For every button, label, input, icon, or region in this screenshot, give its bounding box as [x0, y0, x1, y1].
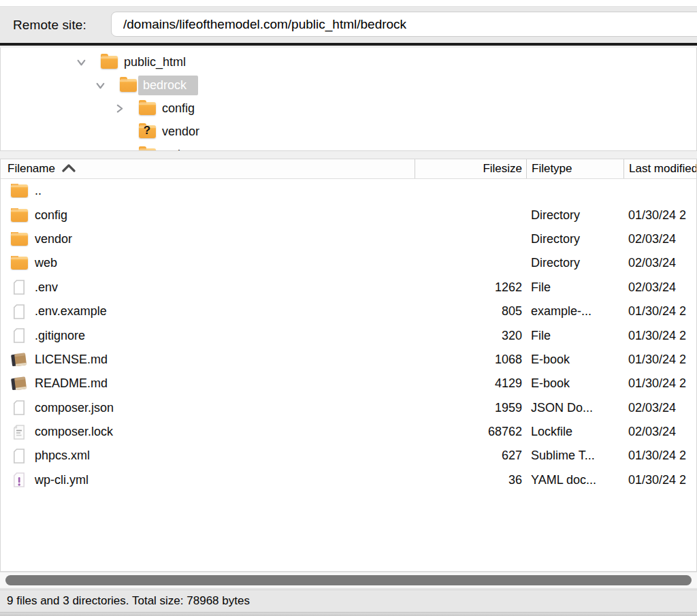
filename-cell[interactable]: composer.json: [1, 400, 415, 415]
filesize-cell: 1959: [415, 401, 526, 415]
tree-icon-slot: ?: [138, 125, 156, 138]
remote-directory-tree[interactable]: public_htmlbedrockconfig?vendorweb: [0, 48, 697, 151]
filename-text: config: [35, 208, 67, 223]
tree-icon-slot: [138, 102, 156, 115]
filesize-cell: 1262: [415, 280, 526, 295]
file-row[interactable]: .env.example805example-...01/30/24 2: [1, 299, 696, 323]
file-row[interactable]: phpcs.xml627Sublime T...01/30/24 2: [1, 444, 696, 468]
file-row[interactable]: webDirectory02/03/24: [1, 251, 696, 275]
ftp-remote-panel: Remote site: public_htmlbedrockconfig?ve…: [0, 0, 697, 616]
tree-item-label-selected[interactable]: bedrock: [138, 76, 198, 95]
filetype-cell: YAML doc...: [526, 473, 623, 487]
last-modified-cell: 02/03/24: [623, 425, 696, 439]
file-row[interactable]: .env1262File02/03/24: [1, 276, 696, 299]
file-row[interactable]: README.md4129E-book01/30/24 2: [1, 372, 696, 395]
book-icon: [11, 353, 27, 367]
last-modified-cell: 01/30/24 2: [623, 449, 696, 463]
remote-file-list: Filename Filesize Filetype Last modified…: [0, 159, 697, 572]
filename-cell[interactable]: README.md: [1, 376, 415, 391]
filename-cell[interactable]: wp-cli.yml: [1, 472, 415, 487]
status-text: 9 files and 3 directories. Total size: 7…: [0, 594, 250, 608]
last-modified-cell: 01/30/24 2: [623, 353, 696, 367]
folder-question-icon: ?: [139, 125, 156, 138]
filename-cell[interactable]: ..: [1, 184, 415, 198]
filename-text: composer.lock: [35, 425, 113, 439]
filename-cell[interactable]: .env: [1, 280, 415, 295]
filename-text: .env: [35, 280, 58, 295]
filesize-cell: 805: [415, 304, 526, 319]
last-modified-cell: 02/03/24: [623, 401, 696, 415]
chevron-down-icon[interactable]: [95, 80, 106, 91]
column-header-filename[interactable]: Filename: [1, 159, 415, 178]
column-header-last-modified[interactable]: Last modified: [623, 159, 696, 178]
file-row[interactable]: composer.json1959JSON Do...02/03/24: [1, 396, 696, 420]
tree-row[interactable]: ?vendor: [1, 120, 696, 143]
filename-cell[interactable]: composer.lock: [1, 425, 415, 440]
file-icon-slot: [10, 472, 28, 487]
remote-path-input[interactable]: [111, 12, 697, 37]
filetype-cell: E-book: [526, 353, 623, 367]
column-header-filesize[interactable]: Filesize: [415, 159, 526, 178]
filename-cell[interactable]: phpcs.xml: [1, 449, 415, 464]
filename-cell[interactable]: web: [1, 256, 415, 270]
folder-icon: [11, 209, 28, 222]
folder-icon: [139, 102, 156, 115]
tree-item-label[interactable]: vendor: [162, 125, 199, 139]
file-icon-slot: [10, 257, 28, 270]
chevron-down-icon[interactable]: [76, 56, 86, 67]
folder-icon: [101, 56, 118, 69]
tree-row[interactable]: config: [1, 97, 696, 120]
file-row[interactable]: LICENSE.md1068E-book01/30/24 2: [1, 348, 696, 372]
last-modified-cell: 01/30/24 2: [623, 208, 696, 223]
column-header-filetype[interactable]: Filetype: [526, 159, 623, 178]
tree-row[interactable]: web: [1, 143, 696, 151]
last-modified-cell: 01/30/24 2: [623, 304, 696, 319]
filename-cell[interactable]: .gitignore: [1, 328, 415, 343]
chevron-right-icon[interactable]: [114, 149, 125, 151]
horizontal-scrollbar-thumb[interactable]: [5, 575, 692, 585]
filetype-cell: File: [526, 280, 623, 295]
file-icon: [13, 304, 25, 319]
last-modified-cell: 02/03/24: [623, 280, 696, 295]
filename-cell[interactable]: .env.example: [1, 304, 415, 319]
remote-site-bar: Remote site:: [0, 7, 697, 43]
file-list-body: ..configDirectory01/30/24 2vendorDirecto…: [1, 179, 696, 492]
file-row[interactable]: configDirectory01/30/24 2: [1, 203, 696, 227]
tree-icon-slot: [100, 56, 118, 69]
tree-icon-slot: [138, 148, 156, 152]
file-icon: [13, 280, 25, 295]
file-icon-slot: [10, 184, 28, 197]
filetype-cell: Directory: [526, 208, 623, 223]
file-row[interactable]: .gitignore320File01/30/24 2: [1, 323, 696, 347]
question-mark: ?: [139, 124, 156, 138]
filename-cell[interactable]: vendor: [1, 232, 415, 246]
filetype-cell: example-...: [526, 304, 623, 319]
file-row[interactable]: composer.lock68762Lockfile02/03/24: [1, 420, 696, 444]
file-row[interactable]: wp-cli.yml36YAML doc...01/30/24 2: [1, 468, 696, 492]
tree-item-label[interactable]: public_html: [124, 55, 186, 69]
filename-text: README.md: [35, 376, 108, 391]
filename-text: web: [35, 256, 57, 270]
filetype-cell: Directory: [526, 232, 623, 246]
filename-text: .gitignore: [35, 329, 85, 343]
filename-cell[interactable]: config: [1, 208, 415, 223]
tree-item-label[interactable]: web: [162, 148, 184, 152]
filetype-cell: Sublime T...: [526, 449, 623, 463]
filetype-cell: Directory: [526, 256, 623, 270]
filename-cell[interactable]: LICENSE.md: [1, 353, 415, 367]
filesize-cell: 68762: [415, 425, 526, 439]
folder-icon: [11, 233, 28, 246]
tree-item-label[interactable]: config: [162, 101, 195, 116]
chevron-right-icon[interactable]: [114, 103, 125, 114]
tree-row[interactable]: bedrock: [1, 74, 696, 97]
chevron-spacer: [114, 126, 125, 137]
filetype-cell: Lockfile: [526, 425, 623, 439]
filename-text: ..: [35, 184, 42, 198]
window-bottom-edge: [0, 612, 697, 616]
filesize-cell: 627: [415, 449, 526, 463]
file-row[interactable]: vendorDirectory02/03/24: [1, 227, 696, 251]
filename-text: vendor: [35, 232, 72, 246]
file-row[interactable]: ..: [1, 179, 696, 203]
tree-row[interactable]: public_html: [1, 50, 696, 74]
file-icon-slot: [10, 304, 28, 319]
